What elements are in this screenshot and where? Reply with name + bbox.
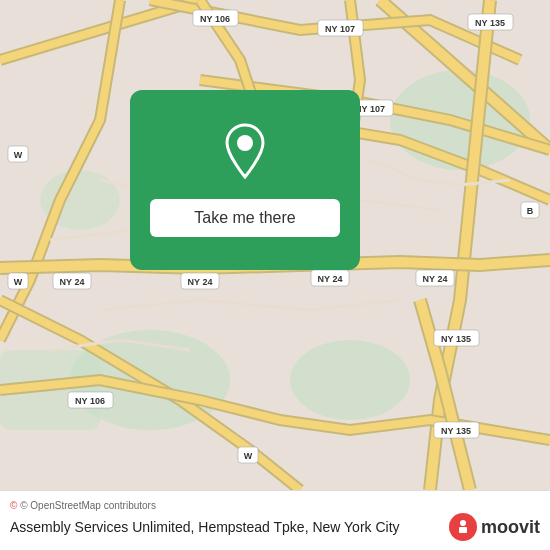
location-pin-icon bbox=[220, 123, 270, 183]
svg-text:W: W bbox=[14, 150, 23, 160]
copyright-symbol: © bbox=[10, 500, 17, 511]
address-text: Assembly Services Unlimited, Hempstead T… bbox=[10, 518, 400, 536]
svg-text:NY 106: NY 106 bbox=[75, 396, 105, 406]
svg-text:NY 135: NY 135 bbox=[441, 426, 471, 436]
svg-text:W: W bbox=[244, 451, 253, 461]
svg-text:B: B bbox=[527, 206, 534, 216]
moovit-logo: moovit bbox=[449, 513, 540, 541]
attribution-label: © OpenStreetMap contributors bbox=[20, 500, 156, 511]
svg-point-44 bbox=[460, 520, 466, 526]
address-row: Assembly Services Unlimited, Hempstead T… bbox=[10, 513, 540, 541]
moovit-dot-icon bbox=[449, 513, 477, 541]
svg-text:NY 107: NY 107 bbox=[325, 24, 355, 34]
bottom-bar: © © OpenStreetMap contributors Assembly … bbox=[0, 490, 550, 550]
take-me-there-button[interactable]: Take me there bbox=[150, 199, 340, 237]
svg-point-3 bbox=[290, 340, 410, 420]
moovit-brand-text: moovit bbox=[481, 517, 540, 538]
svg-text:NY 24: NY 24 bbox=[423, 274, 448, 284]
svg-point-43 bbox=[237, 135, 253, 151]
location-card: Take me there bbox=[130, 90, 360, 270]
svg-text:NY 135: NY 135 bbox=[475, 18, 505, 28]
attribution-text: © © OpenStreetMap contributors bbox=[10, 500, 540, 511]
svg-text:NY 24: NY 24 bbox=[60, 277, 85, 287]
svg-rect-45 bbox=[459, 527, 467, 533]
svg-text:NY 135: NY 135 bbox=[441, 334, 471, 344]
map-view: NY 106 NY 107 NY 135 NY 107 NY 107 W W N… bbox=[0, 0, 550, 490]
svg-text:NY 24: NY 24 bbox=[318, 274, 343, 284]
svg-text:W: W bbox=[14, 277, 23, 287]
svg-text:NY 24: NY 24 bbox=[188, 277, 213, 287]
svg-text:NY 106: NY 106 bbox=[200, 14, 230, 24]
